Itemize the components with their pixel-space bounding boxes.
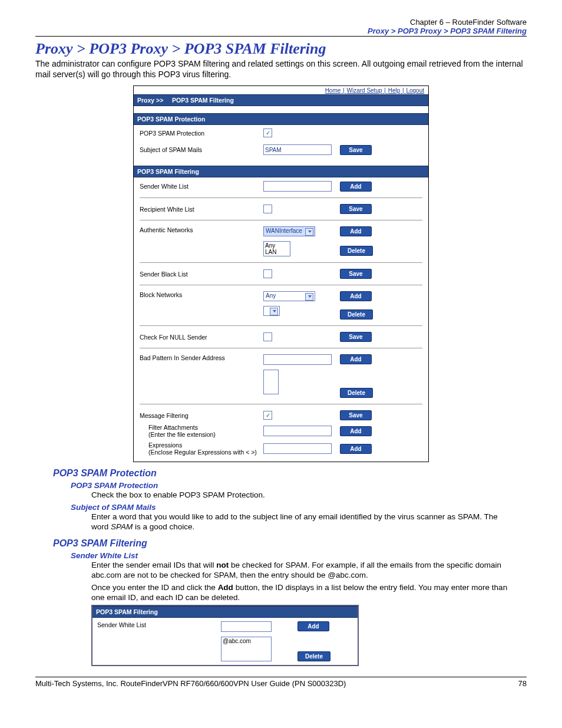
subsection-heading-senderwhite: Sender White List [71, 551, 527, 560]
label-spam-protection: POP3 SPAM Protection [140, 130, 263, 137]
footer-left: Multi-Tech Systems, Inc. RouteFinderVPN … [35, 679, 346, 688]
input-spam-subject[interactable] [263, 144, 332, 155]
checkbox-msg-filtering[interactable]: ✓ [263, 411, 272, 420]
example-input[interactable] [221, 621, 272, 632]
add-button[interactable]: Add [340, 444, 372, 454]
save-button[interactable]: Save [340, 204, 372, 214]
input-bad-pattern[interactable] [263, 354, 332, 365]
list-auth-networks[interactable]: AnyLAN [263, 241, 290, 256]
text-subject: Enter a word that you would like to add … [91, 512, 509, 532]
chapter-label: Chapter 6 – RouteFinder Software [35, 18, 527, 27]
section-filtering-head: POP3 SPAM Filtering [134, 166, 428, 177]
label-spam-subject: Subject of SPAM Mails [140, 146, 263, 153]
list-bad-pattern[interactable] [263, 370, 279, 394]
delete-button[interactable]: Delete [340, 388, 373, 398]
example-heading: POP3 SPAM Filtering [92, 606, 358, 618]
select-block-networks-2[interactable] [263, 306, 280, 316]
ui-breadcrumb: Proxy >> POP3 SPAM Filtering [134, 94, 428, 106]
checkbox-spam-protection[interactable]: ✓ [263, 129, 272, 137]
page-header: Chapter 6 – RouteFinder Software Proxy >… [35, 18, 527, 37]
page-title: Proxy > POP3 Proxy > POP3 SPAM Filtering [35, 40, 527, 58]
nav-logout[interactable]: Logout [406, 87, 424, 94]
input-expressions[interactable] [263, 443, 332, 454]
save-button[interactable]: Save [340, 145, 372, 155]
label-expressions: Expressions (Enclose Regular Expressions… [140, 442, 263, 456]
text-protection: Check the box to enable POP3 SPAM Protec… [91, 490, 509, 500]
label-filter-attach: Filter Attachments (Enter the file exten… [140, 424, 263, 438]
example-screenshot: POP3 SPAM Filtering Sender White List @a… [91, 605, 359, 666]
add-button[interactable]: Add [340, 226, 372, 236]
config-screenshot: Home | Wizard Setup | Help | Logout Prox… [133, 85, 429, 462]
label-msg-filtering: Message Filtering [140, 412, 263, 419]
delete-button[interactable]: Delete [340, 246, 373, 256]
label-auth-networks: Authentic Networks [140, 226, 263, 233]
delete-button[interactable]: Delete [297, 651, 330, 661]
crumb-page: POP3 SPAM Filtering [172, 97, 234, 104]
label-null-sender: Check For NULL Sender [140, 334, 263, 341]
label-bad-pattern: Bad Pattern In Sender Address [140, 354, 263, 361]
add-button[interactable]: Add [340, 426, 372, 436]
label-recipient-white: Recipient White List [140, 206, 263, 213]
delete-button[interactable]: Delete [340, 309, 373, 319]
save-button[interactable]: Save [340, 332, 372, 342]
nav-wizard[interactable]: Wizard Setup [346, 87, 382, 94]
label-sender-black: Sender Black List [140, 271, 263, 278]
subsection-heading-subject: Subject of SPAM Mails [71, 503, 527, 512]
checkbox-recipient-white[interactable] [263, 205, 272, 213]
save-button[interactable]: Save [340, 410, 372, 420]
checkbox-sender-black[interactable] [263, 269, 272, 278]
select-block-networks[interactable]: Any [263, 291, 315, 301]
save-button[interactable]: Save [340, 269, 372, 279]
header-breadcrumb: Proxy > POP3 Proxy > POP3 SPAM Filtering [35, 27, 527, 35]
section-heading-filtering: POP3 SPAM Filtering [53, 538, 527, 549]
subsection-heading-protection: POP3 SPAM Protection [71, 481, 527, 490]
checkbox-null-sender[interactable] [263, 332, 272, 341]
nav-help[interactable]: Help [388, 87, 401, 94]
page-footer: Multi-Tech Systems, Inc. RouteFinderVPN … [35, 677, 527, 688]
nav-home[interactable]: Home [325, 87, 341, 94]
input-filter-attach[interactable] [263, 426, 332, 436]
select-auth-networks[interactable]: WANInterface [263, 226, 315, 236]
footer-page-number: 78 [518, 679, 527, 688]
add-button[interactable]: Add [340, 182, 372, 192]
label-sender-white: Sender White List [140, 183, 263, 190]
text-senderwhite-p1: Enter the sender email IDs that will not… [91, 561, 509, 581]
example-listbox[interactable]: @abc.com [221, 637, 272, 661]
add-button[interactable]: Add [297, 621, 329, 631]
example-label: Sender White List [97, 621, 221, 628]
section-protection-head: POP3 SPAM Protection [134, 113, 428, 125]
top-nav: Home | Wizard Setup | Help | Logout [134, 86, 428, 94]
input-sender-white[interactable] [263, 181, 332, 192]
section-heading-protection: POP3 SPAM Protection [53, 468, 527, 479]
add-button[interactable]: Add [340, 291, 372, 301]
crumb-prefix: Proxy >> [137, 97, 163, 104]
label-block-networks: Block Networks [140, 291, 263, 298]
intro-text: The administrator can configure POP3 SPA… [35, 59, 527, 80]
add-button[interactable]: Add [340, 354, 372, 364]
text-senderwhite-p2: Once you enter the ID and click the Add … [91, 583, 509, 603]
